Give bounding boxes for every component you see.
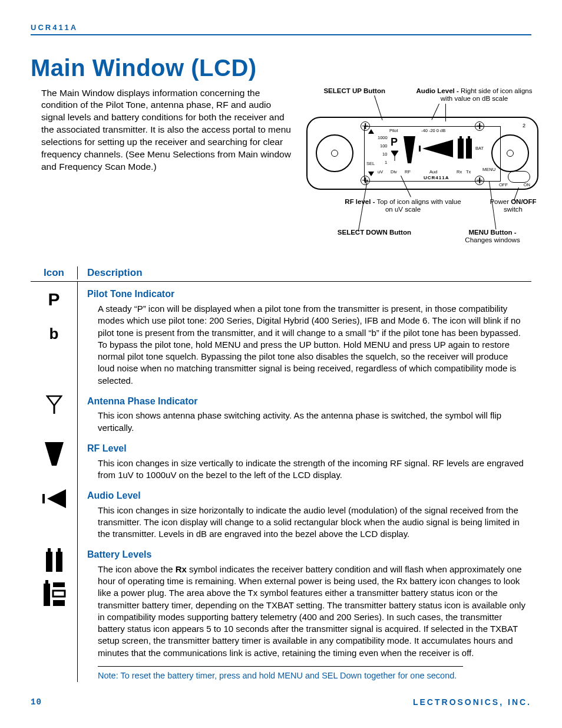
power-onoff: ON/OFF bbox=[511, 198, 536, 205]
lcd-battery-icon bbox=[458, 136, 473, 159]
svg-rect-12 bbox=[45, 580, 48, 584]
sel-up-icon bbox=[368, 129, 374, 134]
svg-rect-6 bbox=[42, 494, 45, 503]
note-rule bbox=[98, 666, 463, 667]
icon-cell-battery bbox=[31, 542, 78, 681]
lcd-on: ON bbox=[524, 182, 530, 187]
battery-note: Note: To reset the battery timer, press … bbox=[87, 670, 531, 682]
lcd-menu: MENU bbox=[482, 167, 495, 172]
select-up-label: SELECT UP Button bbox=[323, 87, 385, 94]
sel-down-icon bbox=[368, 172, 374, 176]
svg-rect-8 bbox=[48, 548, 51, 552]
power-switch bbox=[508, 171, 530, 183]
b-icon: b bbox=[49, 324, 59, 344]
svg-rect-1 bbox=[458, 139, 464, 159]
lcd-db-scale: -40 -20 0 dB bbox=[421, 128, 445, 133]
lcd-uv1: 1 bbox=[385, 160, 387, 165]
page-title: Main Window (LCD) bbox=[31, 52, 531, 84]
p-icon: P bbox=[48, 288, 59, 312]
antenna-heading: Antenna Phase Indicator bbox=[87, 395, 531, 408]
icon-description-table: Icon Description P b Pilot Tone Indicato… bbox=[31, 266, 531, 682]
lcd-pilot: Pilot bbox=[389, 128, 398, 133]
select-down-label: SELECT DOWN Button bbox=[338, 229, 411, 236]
lcd-model: UCR411A bbox=[424, 175, 449, 181]
battery-body: The icon above the Rx symbol indicates t… bbox=[87, 564, 531, 661]
lcd-off: OFF bbox=[499, 182, 508, 187]
device-figure: SELECT UP Button Audio Level - Right sid… bbox=[306, 87, 531, 252]
pilot-body: A steady “P” icon will be displayed when… bbox=[87, 303, 531, 389]
svg-rect-0 bbox=[419, 146, 421, 151]
device-outline: 2 Pilot -40 -20 0 dB SEL 1000 100 10 1 u… bbox=[306, 117, 538, 190]
lcd-screen: Pilot -40 -20 0 dB SEL 1000 100 10 1 uV … bbox=[364, 126, 501, 182]
lcd-uv1000: 1000 bbox=[378, 135, 388, 140]
lcd-rx: Rx bbox=[457, 169, 462, 174]
battery-bars-icon bbox=[45, 548, 64, 572]
rf-body: This icon changes in size vertically to … bbox=[87, 457, 531, 484]
knob-mark-2: 2 bbox=[523, 123, 525, 129]
audio-level-label: Audio Level - bbox=[416, 87, 459, 94]
battery-heading: Battery Levels bbox=[87, 548, 531, 561]
lcd-uv: uV bbox=[378, 169, 383, 174]
rf-level-label: RF level - bbox=[345, 198, 375, 205]
icon-cell-pilot: P b bbox=[31, 282, 78, 388]
audio-level-icon bbox=[42, 489, 66, 508]
brand-footer: LECTROSONICS, INC. bbox=[413, 697, 531, 708]
rf-heading: RF Level bbox=[87, 442, 531, 455]
svg-rect-11 bbox=[44, 584, 50, 606]
lcd-tx: Tx bbox=[466, 169, 471, 174]
antenna-phase-icon bbox=[46, 395, 62, 414]
lcd-aud: Aud bbox=[429, 169, 437, 174]
model-header: UCR411A bbox=[31, 22, 531, 35]
icon-cell-rf bbox=[31, 436, 78, 483]
pilot-heading: Pilot Tone Indicator bbox=[87, 288, 531, 301]
battery-timer-icon bbox=[42, 580, 66, 606]
svg-rect-4 bbox=[468, 136, 470, 139]
lcd-div: Div bbox=[391, 169, 397, 174]
svg-rect-14 bbox=[53, 591, 65, 597]
rf-level-icon bbox=[45, 442, 64, 466]
menu-button-label: MENU Button - bbox=[468, 229, 516, 236]
icon-cell-audio bbox=[31, 483, 78, 542]
svg-rect-9 bbox=[56, 552, 62, 572]
rf-level-text: Top of icon aligns with value on uV scal… bbox=[375, 198, 461, 213]
lcd-uv100: 100 bbox=[380, 143, 388, 149]
lcd-rf: RF bbox=[405, 169, 411, 174]
icon-cell-antenna bbox=[31, 389, 78, 436]
power-label: Power bbox=[490, 198, 511, 205]
lcd-antenna-icon bbox=[391, 150, 399, 161]
antenna-body: This icon shows antenna phase switching … bbox=[87, 410, 531, 436]
svg-rect-2 bbox=[459, 136, 462, 139]
lcd-bat: BAT bbox=[475, 146, 484, 151]
lcd-uv10: 10 bbox=[382, 151, 387, 157]
menu-button-text: Changes windows bbox=[465, 236, 520, 243]
power-switch-text: switch bbox=[504, 206, 523, 213]
svg-rect-13 bbox=[53, 582, 65, 587]
svg-rect-15 bbox=[53, 600, 65, 606]
lcd-audio-icon bbox=[419, 140, 453, 157]
audio-body: This icon changes in size horizontally t… bbox=[87, 505, 531, 543]
lcd-p-icon: P bbox=[391, 136, 398, 149]
svg-rect-3 bbox=[466, 139, 472, 159]
intro-paragraph: The Main Window displays information con… bbox=[31, 87, 295, 173]
col-head-icon: Icon bbox=[44, 267, 64, 278]
lcd-rf-icon bbox=[404, 136, 415, 163]
knob-left bbox=[316, 134, 353, 172]
lcd-sel: SEL bbox=[366, 161, 375, 166]
svg-rect-7 bbox=[46, 552, 52, 572]
audio-heading: Audio Level bbox=[87, 489, 531, 502]
page-number: 10 bbox=[31, 697, 42, 708]
svg-rect-10 bbox=[58, 548, 61, 552]
col-head-desc: Description bbox=[87, 267, 143, 278]
